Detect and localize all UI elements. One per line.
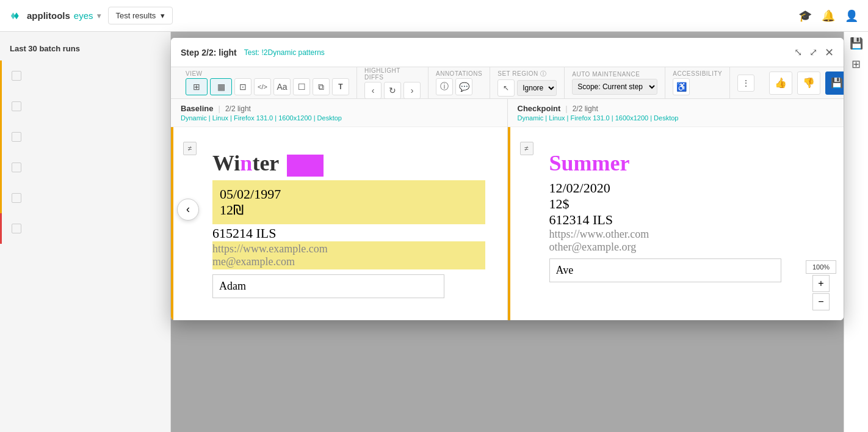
sidebar-item-1[interactable] — [0, 60, 170, 91]
bell-icon[interactable]: 🔔 — [822, 9, 835, 23]
baseline-meta-text: Dynamic | Linux | Firefox 131.0 | 1600x1… — [181, 114, 342, 122]
set-region-inner: SET REGION ⓘ ↖ Ignore — [497, 70, 557, 97]
view-btn-code[interactable]: </> — [254, 78, 271, 95]
checkpoint-diff-indicator: ≠ — [520, 137, 537, 310]
sidebar-grid-icon[interactable]: ⊞ — [850, 57, 863, 71]
modal-close-area: ⤡ ⤢ ✕ — [794, 46, 834, 59]
sidebar-header: Last 30 batch runs — [0, 39, 170, 58]
view-btn-2[interactable]: ▦ — [210, 78, 232, 95]
baseline-screenshot: Winter 05/02/1997 12₪ 615214 — [200, 137, 497, 310]
expand-icon[interactable]: ⤢ — [809, 46, 817, 58]
view-btn-layers[interactable]: ⊡ — [234, 78, 251, 95]
prev-diff-btn[interactable]: ‹ — [364, 82, 382, 99]
baseline-highlight-block — [287, 155, 324, 177]
modal-subtitle: Test: !2Dynamic patterns — [244, 48, 325, 57]
user-icon[interactable]: 👤 — [845, 9, 858, 23]
baseline-input[interactable] — [212, 274, 444, 298]
view-label: VIEW — [186, 70, 349, 77]
auto-maintenance-label: AUTO MAINTENANCE — [572, 71, 657, 78]
baseline-yellow-block: 05/02/1997 12₪ — [212, 180, 485, 224]
baseline-header: Baseline | 2/2 light Dynamic | Linux | F… — [171, 99, 507, 127]
next-diff-btn[interactable]: › — [403, 82, 421, 99]
more-options-btn[interactable]: ⋮ — [737, 75, 754, 92]
thumbs-up-toolbar-btn[interactable]: 👍 — [769, 71, 792, 95]
thumbs-down-toolbar-btn[interactable]: 👎 — [797, 71, 820, 95]
checkbox-5[interactable] — [12, 193, 21, 203]
checkbox-1[interactable] — [12, 71, 21, 81]
checkpoint-step-label: 2/2 light — [573, 104, 598, 113]
checkpoint-panel: Checkpoint | 2/2 light Dynamic | Linux |… — [508, 99, 844, 320]
view-btn-t[interactable]: T — [332, 78, 349, 95]
checkpoint-content: ≠ Summer 12/02/2020 12$ 612314 ILS — [510, 127, 844, 320]
baseline-date: 05/02/1997 — [220, 186, 478, 202]
sidebar-item-5[interactable] — [0, 183, 170, 213]
checkpoint-currency2: 612314 ILS — [549, 212, 822, 228]
baseline-link-block: https://www.example.com me@example.com — [212, 241, 485, 269]
comparison-modal: Step 2/2: light Test: !2Dynamic patterns… — [171, 38, 844, 320]
test-results-dropdown[interactable]: Test results ▾ — [108, 7, 173, 24]
checkbox-6[interactable] — [12, 224, 21, 233]
annotation-comment-btn[interactable]: 💬 — [455, 78, 472, 95]
auto-maintenance-buttons: Scope: Current step — [572, 79, 657, 95]
baseline-panel: Baseline | 2/2 light Dynamic | Linux | F… — [171, 99, 508, 320]
zoom-in-btn[interactable]: + — [812, 275, 830, 292]
region-dropdown[interactable]: Ignore — [517, 80, 557, 96]
logo-text: applitools — [27, 10, 70, 21]
cursor-btn[interactable]: ↖ — [497, 79, 515, 97]
zoom-out-btn[interactable]: − — [812, 293, 830, 310]
checkpoint-word: Summer — [549, 149, 822, 178]
sidebar-save-icon[interactable]: 💾 — [850, 37, 863, 50]
toolbar-accessibility-section: ACCESSIBILITY ♿ — [665, 67, 730, 98]
toolbar-set-region-section: SET REGION ⓘ ↖ Ignore — [490, 67, 565, 98]
checkpoint-header: Checkpoint | 2/2 light Dynamic | Linux |… — [508, 99, 844, 127]
checkpoint-input[interactable] — [549, 258, 781, 282]
save-toolbar-btn[interactable]: 💾 — [825, 71, 844, 95]
sidebar-item-2[interactable] — [0, 91, 170, 122]
view-btn-4[interactable]: ☐ — [293, 78, 310, 95]
baseline-diff-indicator: ≠ — [183, 137, 200, 310]
auto-maintenance-inner: AUTO MAINTENANCE Scope: Current step — [572, 71, 657, 95]
scope-dropdown[interactable]: Scope: Current step — [572, 79, 657, 95]
checkpoint-meta: Dynamic | Linux | Firefox 131.0 | 1600x1… — [518, 114, 834, 122]
sidebar-item-6[interactable] — [0, 213, 170, 244]
checkpoint-link: https://www.other.com — [549, 228, 822, 241]
highlight-buttons: ‹ ↻ › — [364, 82, 421, 99]
checkbox-3[interactable] — [12, 132, 21, 142]
annotations-inner: ANNOTATIONS ⓘ 💬 — [436, 70, 482, 95]
accessibility-inner: ACCESSIBILITY ♿ — [673, 70, 722, 95]
annotations-label: ANNOTATIONS — [436, 70, 482, 77]
view-buttons: ⊞ ▦ ⊡ </> Aa ☐ ⧉ T — [186, 78, 349, 95]
view-btn-1[interactable]: ⊞ — [186, 78, 208, 95]
graduation-cap-icon[interactable]: 🎓 — [798, 9, 812, 23]
accessibility-btn[interactable]: ♿ — [673, 78, 690, 95]
view-btn-text[interactable]: Aa — [273, 78, 291, 95]
baseline-currency1: 12₪ — [220, 202, 478, 218]
sidebar-item-3[interactable] — [0, 122, 170, 152]
toolbar-actions: 👍 👎 💾 — [762, 71, 844, 95]
baseline-step-label: 2/2 light — [225, 104, 251, 113]
comparison-area: ‹ Baseline | 2/2 light Dynamic | Linux |… — [171, 99, 844, 320]
sidebar-item-4[interactable] — [0, 152, 170, 183]
share-icon[interactable]: ⤡ — [794, 46, 802, 58]
annotation-info-btn[interactable]: ⓘ — [436, 78, 453, 95]
set-region-label-text: SET REGION — [497, 70, 538, 77]
view-btn-5[interactable]: ⧉ — [313, 78, 330, 95]
checkpoint-diff-neq-icon: ≠ — [520, 142, 533, 155]
checkbox-2[interactable] — [12, 101, 21, 111]
refresh-diff-btn[interactable]: ↻ — [384, 82, 401, 99]
accessibility-buttons: ♿ — [673, 78, 722, 95]
highlight-label: HIGHLIGHT DIFFS — [364, 67, 421, 81]
toolbar: VIEW ⊞ ▦ ⊡ </> Aa ☐ ⧉ T — [171, 67, 844, 99]
checkbox-4[interactable] — [12, 163, 21, 172]
baseline-type-label: Baseline — [181, 104, 213, 113]
logo-chevron[interactable]: ▾ — [97, 12, 101, 20]
checkpoint-date: 12/02/2020 — [549, 180, 822, 196]
nav-right: 🎓 🔔 👤 — [798, 9, 858, 23]
checkpoint-currency1: 12$ — [549, 196, 822, 212]
close-icon[interactable]: ✕ — [825, 46, 834, 59]
set-region-buttons: ↖ Ignore — [497, 79, 557, 97]
right-sidebar: 💾 ⊞ — [844, 32, 868, 432]
dropdown-chevron-icon: ▾ — [161, 11, 165, 20]
highlight-inner: HIGHLIGHT DIFFS ‹ ↻ › — [364, 67, 421, 99]
prev-nav-arrow[interactable]: ‹ — [177, 199, 199, 221]
